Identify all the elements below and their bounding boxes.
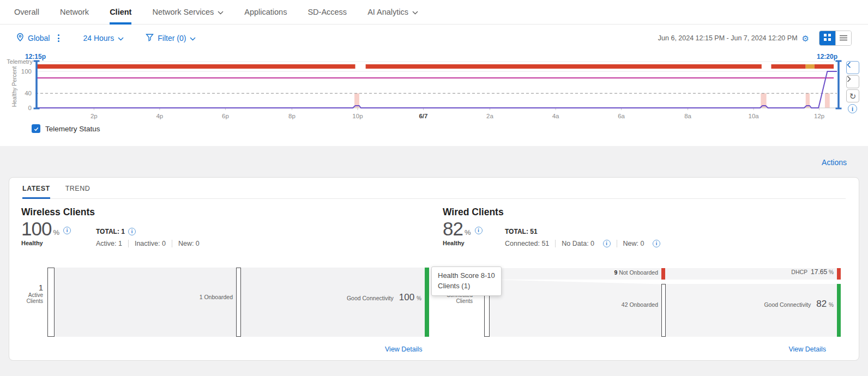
pan-left-button[interactable] bbox=[846, 61, 859, 74]
wireless-onboarded-bar[interactable] bbox=[236, 268, 241, 337]
svg-text:6p: 6p bbox=[222, 113, 229, 119]
tab-applications-label: Applications bbox=[244, 8, 287, 16]
chevron-down-icon bbox=[218, 8, 224, 16]
site-scope-selector[interactable]: Global bbox=[16, 33, 50, 44]
filter-button[interactable]: Filter (0) bbox=[146, 34, 196, 43]
wireless-health-caption: Healthy bbox=[21, 240, 71, 246]
wired-dhcp-label: DHCP 17.65 % bbox=[734, 268, 834, 276]
wired-clients-title: Wired Clients bbox=[443, 207, 504, 218]
wired-dhcp-bar[interactable] bbox=[837, 268, 841, 280]
list-view-button[interactable] bbox=[835, 31, 851, 45]
wired-not-onboarded-bar[interactable] bbox=[661, 268, 665, 280]
timeline-legend: Telemetry Status bbox=[32, 124, 100, 133]
wireless-stat-active: Active: 1 bbox=[96, 240, 122, 247]
top-nav: Overall Network Client Network Services … bbox=[0, 0, 868, 25]
telemetry-status-checkbox[interactable] bbox=[32, 124, 40, 133]
wireless-stat-new: New: 0 bbox=[178, 240, 200, 247]
svg-text:2a: 2a bbox=[486, 113, 493, 119]
wired-health-unit: % bbox=[465, 228, 471, 236]
chevron-down-icon bbox=[118, 34, 124, 43]
date-range-label: Jun 6, 2024 12:15 PM - Jun 7, 2024 12:20… bbox=[658, 34, 798, 42]
time-range-selector[interactable]: 24 Hours bbox=[83, 34, 124, 43]
wireless-flow-onboarding bbox=[55, 268, 236, 337]
client-health-page: Overall Network Client Network Services … bbox=[0, 0, 868, 376]
svg-text:12p: 12p bbox=[814, 113, 824, 119]
tooltip-line1: Health Score 8-10 bbox=[438, 271, 495, 281]
info-icon[interactable] bbox=[63, 227, 71, 234]
wired-flow-onboarded bbox=[490, 280, 661, 337]
tab-ai-analytics[interactable]: AI Analytics bbox=[367, 0, 418, 25]
list-icon bbox=[840, 33, 847, 43]
wired-connectivity-label: Good Connectivity 82 % bbox=[725, 299, 834, 310]
wired-not-onboarded-label: 9 Not Onboarded bbox=[587, 269, 658, 276]
wireless-health-block: 100 % Healthy bbox=[21, 219, 71, 246]
info-icon[interactable] bbox=[128, 228, 136, 235]
svg-text:4p: 4p bbox=[156, 113, 163, 119]
wired-onboarded-bar[interactable] bbox=[661, 284, 666, 337]
info-icon[interactable] bbox=[603, 240, 611, 247]
info-icon[interactable] bbox=[848, 104, 857, 113]
tab-client[interactable]: Client bbox=[110, 0, 131, 25]
divider bbox=[172, 240, 172, 247]
tab-latest[interactable]: LATEST bbox=[22, 185, 50, 199]
tab-overall-label: Overall bbox=[14, 8, 39, 16]
tab-sd-access-label: SD-Access bbox=[308, 8, 347, 16]
filter-funnel-icon bbox=[146, 34, 154, 43]
site-scope-label: Global bbox=[28, 34, 50, 43]
tab-network-services-label: Network Services bbox=[152, 8, 214, 16]
wireless-view-details-link[interactable]: View Details bbox=[385, 345, 423, 353]
kebab-menu-icon[interactable] bbox=[56, 33, 61, 44]
wireless-connectivity-label: Good Connectivity 100 % bbox=[312, 292, 421, 303]
wireless-source-label: 1 Active Clients bbox=[19, 283, 43, 304]
wired-stat-new: New: 0 bbox=[623, 240, 660, 247]
range-handle-right[interactable] bbox=[836, 60, 842, 110]
wireless-source-bar[interactable] bbox=[47, 268, 55, 337]
dashboard-view-button[interactable] bbox=[819, 31, 835, 45]
wireless-total-label: TOTAL: 1 bbox=[96, 228, 125, 235]
tab-overall[interactable]: Overall bbox=[14, 0, 39, 25]
wireless-totals: TOTAL: 1 Active: 1 Inactive: 0 New: 0 bbox=[96, 228, 200, 247]
filter-label: Filter (0) bbox=[158, 34, 186, 43]
range-end-time: 12:20p bbox=[817, 53, 837, 60]
svg-text:2p: 2p bbox=[91, 113, 98, 119]
wired-total-label: TOTAL: 51 bbox=[505, 228, 538, 235]
wireless-good-connectivity-bar[interactable] bbox=[425, 268, 429, 337]
filters-toolbar: Global 24 Hours Filter (0) Jun 6, 2024 1… bbox=[0, 25, 868, 51]
tab-network[interactable]: Network bbox=[60, 0, 89, 25]
svg-text:100: 100 bbox=[21, 68, 32, 75]
divider bbox=[555, 240, 556, 247]
time-range-label: 24 Hours bbox=[83, 34, 114, 43]
wired-stat-nodata: No Data: 0 bbox=[562, 240, 610, 247]
card-tab-row: LATEST TREND bbox=[22, 185, 846, 199]
info-icon[interactable] bbox=[475, 227, 483, 234]
actions-link[interactable]: Actions bbox=[822, 158, 847, 167]
wired-health-caption: Healthy bbox=[443, 240, 483, 246]
tooltip-line2: Clients (1) bbox=[438, 281, 495, 292]
svg-text:40: 40 bbox=[25, 90, 32, 96]
divider bbox=[128, 240, 129, 247]
location-pin-icon bbox=[16, 33, 24, 44]
svg-text:4a: 4a bbox=[552, 113, 559, 119]
view-toggle-group bbox=[819, 31, 852, 46]
svg-text:10a: 10a bbox=[749, 113, 760, 119]
tab-applications[interactable]: Applications bbox=[244, 0, 287, 25]
wired-totals: TOTAL: 51 Connected: 51 No Data: 0 New: … bbox=[505, 228, 660, 247]
refresh-button[interactable]: ↻ bbox=[846, 89, 859, 102]
telemetry-status-label: Telemetry Status bbox=[45, 125, 100, 133]
wired-flow-connectivity bbox=[666, 284, 837, 337]
wired-good-connectivity-bar[interactable] bbox=[837, 284, 841, 337]
wired-view-details-link[interactable]: View Details bbox=[788, 345, 826, 353]
wireless-health-value: 100 bbox=[21, 219, 51, 238]
svg-text:0: 0 bbox=[28, 105, 32, 111]
tab-network-services[interactable]: Network Services bbox=[152, 0, 224, 25]
tab-sd-access[interactable]: SD-Access bbox=[308, 0, 347, 25]
pan-right-button[interactable] bbox=[846, 75, 859, 88]
dashboard-grid-icon bbox=[824, 33, 831, 43]
info-icon[interactable] bbox=[653, 240, 660, 247]
chevron-down-icon bbox=[412, 8, 418, 16]
svg-text:Healthy Percent: Healthy Percent bbox=[11, 66, 17, 107]
svg-text:10p: 10p bbox=[352, 113, 363, 119]
gear-icon[interactable]: ⚙ bbox=[802, 34, 809, 43]
wireless-onboarded-label: 1 Onboarded bbox=[173, 294, 233, 300]
tab-trend[interactable]: TREND bbox=[65, 185, 91, 198]
